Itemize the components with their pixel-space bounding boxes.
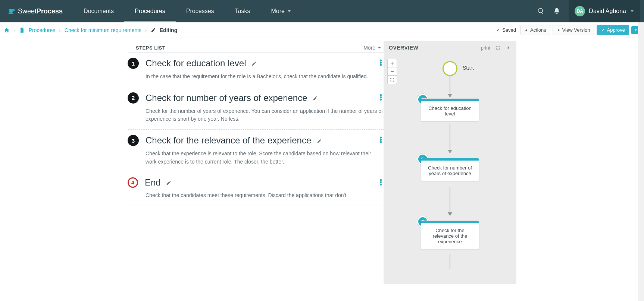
flow-node[interactable]: Check for number of years of experience [421, 158, 479, 181]
step-kebab-menu[interactable]: ••• [379, 136, 382, 143]
step-number: 3 [128, 135, 139, 146]
step-kebab-menu[interactable]: ••• [379, 94, 382, 101]
step-number: 2 [128, 92, 139, 104]
step-item: 3 Check for the relevance of the experie… [128, 130, 384, 172]
step-kebab-menu[interactable]: ••• [379, 59, 382, 66]
crumb-procedures[interactable]: Procedures [29, 27, 56, 33]
chevron-down-icon [287, 9, 291, 13]
file-icon [19, 27, 25, 33]
start-node [443, 61, 457, 76]
step-title[interactable]: Check for number of years of experience [146, 93, 318, 103]
search-icon[interactable] [537, 7, 545, 15]
pencil-icon[interactable] [166, 180, 171, 186]
step-item: 2 Check for number of years of experienc… [128, 87, 384, 130]
bolt-icon [525, 28, 528, 33]
pencil-icon[interactable] [251, 61, 257, 66]
user-name: David Agbona [589, 8, 626, 15]
approve-button[interactable]: Approve [597, 25, 629, 35]
step-title[interactable]: Check for the relevance of the experienc… [146, 135, 322, 146]
chevron-down-icon [377, 45, 382, 50]
chevron-down-icon [634, 28, 638, 32]
saved-indicator: Saved [495, 27, 518, 33]
step-item: 4 End Check that the candidates meet the… [128, 172, 384, 206]
step-description: Check that the candidates meet these req… [146, 191, 384, 200]
nav-documents[interactable]: Documents [73, 0, 124, 22]
start-label: Start [463, 65, 474, 71]
chevron-right-icon[interactable] [506, 45, 511, 50]
nav-more[interactable]: More [260, 0, 301, 22]
step-description: Check that the experience is relevant to… [146, 150, 384, 166]
step-number: 1 [128, 58, 139, 69]
overview-title: OVERVIEW [389, 45, 418, 51]
flowchart[interactable]: Start 1 Check for education level 2 Chec… [384, 53, 516, 280]
pencil-icon[interactable] [317, 138, 322, 143]
overview-panel: OVERVIEW print + − ⛶ Start 1 Check for e… [384, 41, 516, 284]
bell-icon[interactable] [553, 7, 560, 15]
crumb-procedure-name[interactable]: Check for minimum requirements [65, 27, 141, 33]
pencil-icon [151, 28, 156, 33]
crumb-editing: Editing [160, 27, 177, 33]
check-icon [495, 28, 501, 33]
steps-list-title: STEPS LIST [136, 45, 165, 51]
step-title[interactable]: End [145, 177, 171, 188]
steps-more-menu[interactable]: More [363, 45, 382, 51]
user-menu[interactable]: DA David Agbona [569, 0, 640, 22]
step-description: In the case that the requirement for the… [146, 73, 384, 81]
check-icon [601, 28, 605, 32]
flow-node[interactable]: Check for education level [421, 98, 479, 121]
flow-node[interactable]: Check for the relevance of the experienc… [421, 221, 479, 249]
brand-logo[interactable]: SweetProcess [7, 7, 73, 15]
home-icon[interactable] [4, 27, 10, 33]
cup-icon [7, 7, 16, 15]
view-version-button[interactable]: View Version [553, 25, 594, 35]
caret-right-icon [557, 28, 560, 32]
step-description: Check for the number of years of experie… [146, 107, 384, 123]
actions-button[interactable]: Actions [520, 25, 550, 35]
top-nav: SweetProcess Documents Procedures Proces… [0, 0, 644, 22]
scrollbar[interactable] [638, 22, 644, 284]
pencil-icon[interactable] [313, 96, 318, 101]
avatar: DA [575, 6, 585, 16]
chevron-down-icon [630, 9, 634, 13]
expand-icon[interactable] [495, 45, 501, 50]
print-link[interactable]: print [481, 45, 490, 51]
step-item: 1 Check for education level In the case … [128, 53, 384, 87]
nav-tasks[interactable]: Tasks [225, 0, 261, 22]
step-title[interactable]: Check for education level [146, 58, 257, 69]
step-number-end: 4 [128, 177, 138, 188]
breadcrumb-bar: › Procedures › Check for minimum require… [0, 22, 644, 38]
nav-procedures[interactable]: Procedures [124, 0, 176, 22]
step-kebab-menu[interactable]: ••• [379, 179, 382, 186]
nav-processes[interactable]: Processes [176, 0, 225, 22]
